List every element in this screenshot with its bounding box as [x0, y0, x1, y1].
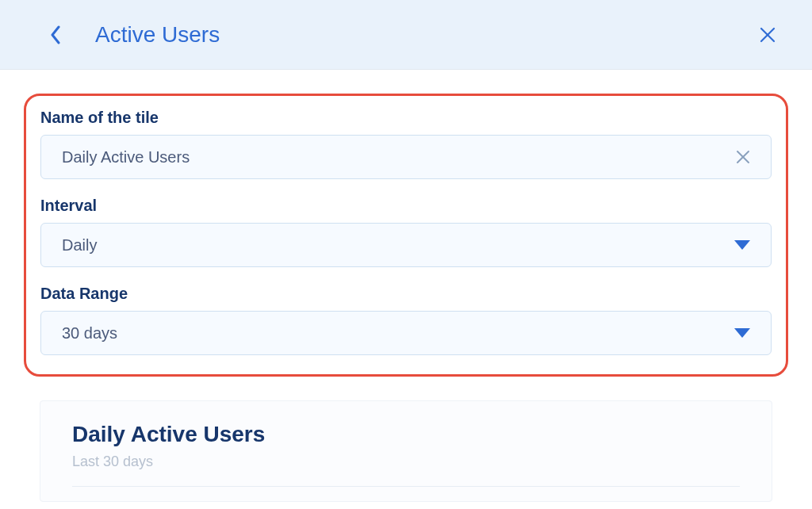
data-range-group: Data Range 30 days: [40, 285, 772, 355]
page-title: Active Users: [95, 22, 220, 48]
interval-label: Interval: [40, 197, 772, 215]
content-area: Name of the tile Daily Active Users Inte…: [0, 70, 812, 502]
svg-marker-4: [734, 240, 750, 250]
data-range-select[interactable]: 30 days: [40, 311, 772, 355]
tile-name-input[interactable]: Daily Active Users: [40, 135, 772, 179]
data-range-value: 30 days: [62, 324, 734, 343]
page-header: Active Users: [0, 0, 812, 70]
chevron-down-icon: [734, 240, 750, 250]
data-range-label: Data Range: [40, 285, 772, 303]
preview-divider: [72, 486, 740, 487]
close-icon: [736, 150, 750, 164]
chevron-down-icon: [734, 328, 750, 338]
tile-name-value: Daily Active Users: [62, 148, 736, 166]
preview-title: Daily Active Users: [72, 422, 740, 447]
tile-preview: Daily Active Users Last 30 days: [40, 400, 772, 502]
tile-name-group: Name of the tile Daily Active Users: [40, 109, 772, 179]
preview-subtitle: Last 30 days: [72, 454, 740, 470]
form-highlight: Name of the tile Daily Active Users Inte…: [24, 94, 788, 377]
chevron-left-icon: [50, 25, 61, 44]
clear-tile-name-button[interactable]: [736, 150, 750, 164]
tile-name-label: Name of the tile: [40, 109, 772, 127]
interval-value: Daily: [62, 236, 734, 254]
data-range-caret: [734, 328, 750, 338]
interval-caret: [734, 240, 750, 250]
back-button[interactable]: [48, 23, 63, 47]
close-icon: [759, 26, 776, 44]
interval-select[interactable]: Daily: [40, 223, 772, 267]
close-button[interactable]: [759, 26, 776, 44]
interval-group: Interval Daily: [40, 197, 772, 267]
svg-marker-5: [734, 328, 750, 338]
